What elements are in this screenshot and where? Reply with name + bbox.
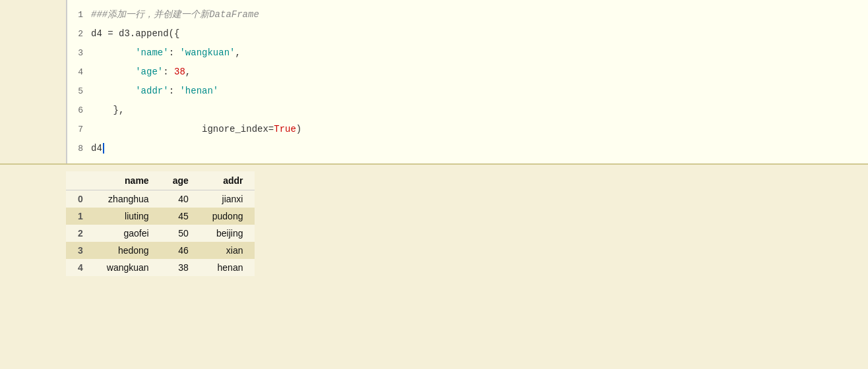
line-number: 8 xyxy=(67,141,91,157)
code-line: 5 'addr': 'henan' xyxy=(67,82,868,101)
code-token: }, xyxy=(91,105,124,115)
line-number: 7 xyxy=(67,122,91,138)
row-index: 1 xyxy=(66,208,95,225)
line-number: 5 xyxy=(67,84,91,99)
code-line: 3 'name': 'wangkuan', xyxy=(67,43,868,63)
code-line: 8d4 xyxy=(67,139,868,158)
line-number: 2 xyxy=(67,26,91,42)
code-token xyxy=(91,86,135,96)
line-content: 'name': 'wangkuan', xyxy=(91,45,868,61)
line-content: 'addr': 'henan' xyxy=(91,83,868,99)
cell-addr: henan xyxy=(201,259,255,276)
column-header: age xyxy=(161,171,201,190)
table-row: 1liuting45pudong xyxy=(66,208,255,225)
cell-name: zhanghua xyxy=(95,190,161,208)
code-token: 'wangkuan' xyxy=(179,47,235,58)
row-index: 3 xyxy=(66,242,95,259)
text-cursor xyxy=(103,143,104,154)
cell-age: 46 xyxy=(161,242,201,259)
cell-name: gaofei xyxy=(95,225,161,242)
dataframe-table: nameageaddr 0zhanghua40jianxi1liuting45p… xyxy=(66,171,255,276)
line-content: }, xyxy=(91,102,868,118)
code-line: 2d4 = d3.append({ xyxy=(67,24,868,43)
cell-addr: beijing xyxy=(201,225,255,242)
column-header: addr xyxy=(201,171,255,190)
code-token xyxy=(91,67,135,77)
table-row: 2gaofei50beijing xyxy=(66,225,255,242)
code-token: 'henan' xyxy=(179,86,218,96)
code-token: 'name' xyxy=(135,47,168,58)
column-header xyxy=(66,171,95,190)
line-content: d4 = d3.append({ xyxy=(91,26,868,42)
table-row: 0zhanghua40jianxi xyxy=(66,190,255,208)
cell-name: liuting xyxy=(95,208,161,225)
line-content: 'age': 38, xyxy=(91,64,868,80)
code-cell: 1###添加一行，并创建一个新DataFrame2d4 = d3.append(… xyxy=(0,0,868,163)
line-content: ###添加一行，并创建一个新DataFrame xyxy=(91,7,868,22)
table-row: 3hedong46xian xyxy=(66,242,255,259)
cell-addr: pudong xyxy=(201,208,255,225)
column-header: name xyxy=(95,171,161,190)
cell-age: 38 xyxy=(161,259,201,276)
code-token: : xyxy=(163,67,174,77)
code-token: True xyxy=(274,124,296,134)
code-token: : xyxy=(169,47,180,58)
line-content: d4 xyxy=(91,140,868,156)
cell-age: 40 xyxy=(161,190,201,208)
code-token: 38 xyxy=(174,67,185,77)
code-token: 'age' xyxy=(135,67,163,77)
cell-label xyxy=(0,0,66,163)
code-line: 4 'age': 38, xyxy=(67,63,868,82)
table-row: 4wangkuan38henan xyxy=(66,259,255,276)
code-token xyxy=(91,47,135,58)
line-number: 4 xyxy=(67,65,91,80)
row-index: 0 xyxy=(66,190,95,208)
code-area[interactable]: 1###添加一行，并创建一个新DataFrame2d4 = d3.append(… xyxy=(66,0,868,163)
code-token: : xyxy=(169,86,180,96)
line-content: ignore_index=True) xyxy=(91,121,868,137)
code-token: , xyxy=(235,47,240,58)
row-index: 2 xyxy=(66,225,95,242)
code-line: 7 ignore_index=True) xyxy=(67,120,868,139)
code-token: 'addr' xyxy=(135,86,168,96)
cell-age: 50 xyxy=(161,225,201,242)
code-token: d4 = d3.append({ xyxy=(91,28,179,39)
line-number: 6 xyxy=(67,103,91,119)
code-token: d4 xyxy=(91,143,102,154)
code-token: ) xyxy=(296,124,301,134)
cell-addr: jianxi xyxy=(201,190,255,208)
table-header-row: nameageaddr xyxy=(66,171,255,190)
code-line: 1###添加一行，并创建一个新DataFrame xyxy=(67,5,868,24)
line-number: 3 xyxy=(67,45,91,61)
output-area: nameageaddr 0zhanghua40jianxi1liuting45p… xyxy=(0,165,868,283)
code-line: 6 }, xyxy=(67,101,868,120)
cell-addr: xian xyxy=(201,242,255,259)
code-token: ###添加一行，并创建一个新DataFrame xyxy=(91,9,259,20)
code-token: ignore_index= xyxy=(91,124,274,134)
row-index: 4 xyxy=(66,259,95,276)
cell-name: hedong xyxy=(95,242,161,259)
line-number: 1 xyxy=(67,7,91,23)
cell-age: 45 xyxy=(161,208,201,225)
cell-name: wangkuan xyxy=(95,259,161,276)
code-token: , xyxy=(185,67,191,77)
